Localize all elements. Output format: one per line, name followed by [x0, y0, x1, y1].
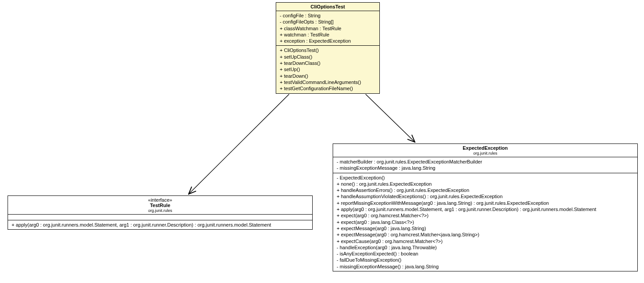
operation-row: + none() : org.junit.rules.ExpectedExcep…: [337, 181, 634, 187]
operation-row: - isAnyExceptionExpected() : boolean: [337, 251, 634, 257]
attributes-section: - matcherBuilder : org.junit.rules.Expec…: [333, 157, 637, 173]
operation-row: + expectCause(arg0 : org.hamcrest.Matche…: [337, 238, 634, 244]
operation-row: + handleAssertionErrors() : org.junit.ru…: [337, 187, 634, 193]
operation-row: + tearDown(): [280, 73, 376, 79]
operation-row: - handleException(arg0 : java.lang.Throw…: [337, 244, 634, 251]
operations-section: - ExpectedException() + none() : org.jun…: [333, 173, 637, 271]
operations-section: + apply(arg0 : org.junit.runners.model.S…: [8, 220, 312, 229]
attributes-section: [8, 215, 312, 220]
class-test-rule: «interface» TestRule org.junit.rules + a…: [8, 195, 313, 230]
operation-row: + setUpClass(): [280, 54, 376, 60]
operations-section: + CliOptionsTest() + setUpClass() + tear…: [276, 46, 379, 93]
class-name-label: TestRule: [150, 203, 170, 208]
operation-row: + apply(arg0 : org.junit.runners.model.S…: [337, 206, 634, 212]
svg-line-0: [189, 94, 289, 194]
class-name-label: CliOptionsTest: [310, 4, 345, 9]
operation-row: + handleAssumptionViolatedExceptions() :…: [337, 193, 634, 199]
class-title: ExpectedException org.junit.rules: [333, 144, 637, 157]
class-title: CliOptionsTest: [276, 3, 379, 11]
class-expected-exception: ExpectedException org.junit.rules - matc…: [333, 143, 638, 271]
attribute-row: - missingExceptionMessage : java.lang.St…: [337, 165, 634, 171]
package-label: org.junit.rules: [336, 151, 635, 155]
operation-row: + expectMessage(arg0 : java.lang.String): [337, 225, 634, 231]
operation-row: + testGetConfigurationFileName(): [280, 85, 376, 92]
operation-row: + CliOptionsTest(): [280, 47, 376, 53]
attribute-row: + exception : ExpectedException: [280, 38, 376, 44]
attributes-section: - configFile : String - configFileOpts :…: [276, 11, 379, 46]
operation-row: + reportMissingExceptionWithMessage(arg0…: [337, 200, 634, 206]
operation-row: + expect(arg0 : java.lang.Class<?>): [337, 219, 634, 225]
operation-row: + setUp(): [280, 66, 376, 72]
class-name-label: ExpectedException: [463, 145, 507, 151]
attribute-row: - configFile : String: [280, 12, 376, 19]
stereotype-label: «interface»: [11, 197, 310, 203]
operation-row: + tearDownClass(): [280, 60, 376, 66]
attribute-row: - configFileOpts : String[]: [280, 19, 376, 25]
operation-row: + apply(arg0 : org.junit.runners.model.S…: [12, 222, 309, 228]
svg-line-1: [366, 94, 415, 142]
class-cli-options-test: CliOptionsTest - configFile : String - c…: [276, 2, 380, 94]
attribute-row: + watchman : TestRule: [280, 32, 376, 38]
operation-row: - failDueToMissingException(): [337, 257, 634, 263]
operation-row: + expect(arg0 : org.hamcrest.Matcher<?>): [337, 212, 634, 219]
operation-row: - ExpectedException(): [337, 175, 634, 181]
operation-row: - missingExceptionMessage() : java.lang.…: [337, 263, 634, 270]
operation-row: + testValidCommandLineArguments(): [280, 79, 376, 85]
class-title: «interface» TestRule org.junit.rules: [8, 196, 312, 215]
package-label: org.junit.rules: [11, 208, 310, 213]
attribute-row: - matcherBuilder : org.junit.rules.Expec…: [337, 159, 634, 165]
operation-row: + expectMessage(arg0 : org.hamcrest.Matc…: [337, 231, 634, 238]
attribute-row: + classWatchman : TestRule: [280, 25, 376, 32]
